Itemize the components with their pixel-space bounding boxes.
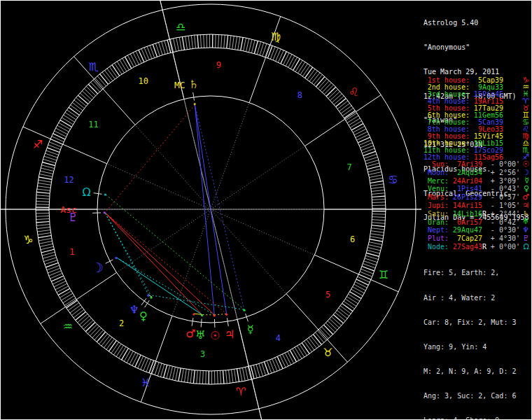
- degree-tick: [354, 284, 366, 290]
- degree-tick: [336, 98, 346, 106]
- merc-glyph: ☿: [247, 323, 254, 336]
- yang-yin-counts: Yang: 9, Yin: 4: [424, 343, 532, 351]
- house-number: 8: [298, 90, 302, 100]
- degree-tick: [230, 36, 231, 49]
- house-cusp-inner: [211, 209, 314, 255]
- degree-tick: [349, 118, 360, 125]
- degree-tick: [130, 54, 136, 66]
- degree-tick: [66, 110, 78, 118]
- degree-tick: [184, 369, 186, 382]
- degree-tick: [41, 249, 54, 253]
- degree-tick: [78, 95, 88, 104]
- house-number: 12: [64, 175, 74, 185]
- house-number: 9: [216, 60, 221, 70]
- node-glyph: Ω: [83, 186, 91, 199]
- element-counts: Fire: 5, Earth: 2,: [424, 269, 532, 277]
- mars-position-dot: [192, 313, 195, 315]
- degree-tick: [244, 38, 246, 51]
- degree-tick: [298, 346, 304, 357]
- retrograde-flag: R: [482, 243, 486, 251]
- degree-tick: [38, 183, 51, 185]
- degree-tick: [277, 356, 283, 368]
- house-cusp-spoke: [304, 95, 381, 146]
- ic-axis-extension: [259, 409, 265, 420]
- aspect-line-plut-jupi: [105, 213, 227, 314]
- virgo-sign-icon: ♍: [271, 30, 281, 43]
- planet-row: Sun:7Ari39- 0°00'☉: [424, 160, 531, 169]
- venu-glyph: ♀: [139, 309, 148, 323]
- satu-icon: ♄: [522, 211, 529, 218]
- degree-tick: [241, 37, 244, 50]
- degree-tick: [346, 297, 358, 304]
- degree-tick: [55, 284, 67, 290]
- degree-tick: [72, 102, 83, 111]
- jupi-position-dot: [225, 314, 227, 316]
- degree-tick: [321, 80, 330, 90]
- degree-tick: [351, 123, 363, 130]
- planet-position-value: 26Pis29: [449, 193, 482, 202]
- degree-tick: [234, 370, 237, 383]
- degree-tick: [206, 371, 206, 384]
- planet-label: Uran:: [424, 218, 449, 227]
- degree-tick: [302, 343, 309, 354]
- degree-tick: [102, 72, 111, 83]
- asc-label: Asc: [60, 204, 76, 215]
- degree-tick: [276, 49, 281, 61]
- degree-tick: [43, 255, 55, 258]
- mc-label: MC: [174, 80, 186, 90]
- degree-tick: [64, 115, 75, 122]
- house-number: 3: [200, 349, 205, 359]
- degree-tick: [106, 339, 114, 349]
- mode-counts: Car: 8, Fix: 2, Mut: 3: [424, 318, 532, 327]
- degree-tick: [71, 307, 82, 316]
- degree-tick: [370, 178, 383, 180]
- degree-tick: [304, 341, 312, 351]
- house-cusp-inner: [211, 146, 304, 209]
- planet-row: Moon:2Aqu54+ 2°56'☽: [424, 169, 531, 177]
- degree-tick: [293, 349, 300, 360]
- degree-tick: [344, 301, 355, 309]
- degree-tick: [93, 80, 102, 90]
- degree-tick: [127, 55, 134, 67]
- degree-tick: [372, 223, 385, 224]
- degree-tick: [372, 193, 385, 195]
- degree-tick: [57, 125, 69, 132]
- degree-tick: [125, 57, 131, 69]
- degree-tick: [358, 276, 370, 282]
- degree-tick: [332, 317, 342, 326]
- degree-tick: [334, 96, 344, 104]
- degree-tick: [141, 358, 146, 370]
- planet-position-value: 27Sag43: [449, 243, 482, 251]
- degree-tick: [369, 175, 382, 178]
- node-position-dot: [104, 193, 106, 195]
- degree-tick: [217, 371, 218, 384]
- planet-label: Merc:: [424, 177, 449, 186]
- degree-tick: [37, 227, 50, 229]
- degree-tick: [284, 53, 290, 65]
- degree-tick: [70, 105, 80, 113]
- aspect-line-nept-plut: [105, 213, 148, 295]
- degree-tick: [371, 228, 384, 230]
- degree-tick: [59, 122, 71, 129]
- degree-tick: [372, 196, 385, 197]
- satu-pointer: [193, 92, 195, 101]
- degree-tick: [82, 91, 92, 100]
- degree-tick: [251, 40, 255, 52]
- degree-tick: [351, 289, 363, 295]
- degree-tick: [133, 52, 139, 64]
- degree-tick: [40, 244, 53, 246]
- degree-tick: [104, 337, 112, 348]
- daily-motion-value: + 2°56': [488, 169, 520, 177]
- degree-tick: [353, 126, 365, 132]
- degree-tick: [226, 370, 227, 384]
- daily-motion-value: - 0°00': [488, 160, 520, 169]
- degree-tick: [97, 332, 105, 342]
- degree-tick: [330, 319, 340, 328]
- degree-tick: [307, 69, 315, 79]
- degree-tick: [371, 187, 384, 188]
- degree-tick: [141, 48, 147, 60]
- house-cusp-spoke: [141, 316, 172, 402]
- degree-tick: [371, 184, 384, 186]
- degree-tick: [326, 323, 335, 332]
- degree-tick: [335, 312, 346, 321]
